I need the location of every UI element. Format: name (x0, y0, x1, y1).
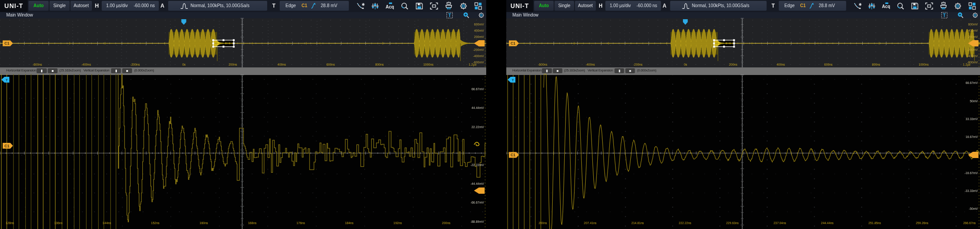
v-expand-decrease-button[interactable] (615, 68, 624, 73)
fullscreen-icon[interactable] (429, 1, 439, 11)
zoom-region-handle[interactable] (233, 42, 235, 44)
channel-badge[interactable]: C1 (3, 143, 13, 149)
h-expand-decrease-button[interactable] (542, 68, 552, 73)
y-axis-tick-label: 44.44mV (471, 106, 484, 109)
trigger-box[interactable]: Edge C1 28.8 mV (779, 1, 846, 11)
trigger-level-arrow[interactable] (968, 152, 978, 158)
svg-text:Acq: Acq (386, 4, 394, 9)
gear-icon[interactable] (972, 12, 979, 19)
settings-gear-icon[interactable] (459, 1, 468, 11)
channel-badge[interactable]: C1 (509, 152, 519, 158)
trigger-position-marker[interactable] (182, 19, 186, 25)
text-tool-icon[interactable]: T (446, 12, 453, 19)
search-icon[interactable] (896, 1, 905, 11)
h-expand-increase-button[interactable] (553, 68, 562, 73)
gear-icon[interactable] (478, 12, 485, 19)
y-axis-tick-label: 400mV (474, 29, 484, 32)
y-axis-tick-label: 50mV (970, 100, 978, 103)
zoom-region-handle[interactable] (713, 46, 715, 47)
trigger-position-marker[interactable] (683, 19, 688, 25)
h-expand-increase-button[interactable] (48, 68, 58, 73)
center-vertical-ruler (740, 75, 744, 229)
trigger-type: Edge (285, 1, 296, 11)
x-axis-tick-label: 600ns (824, 63, 833, 66)
trigger-offscreen-label: T (512, 78, 514, 82)
text-tool-icon[interactable]: T (941, 12, 948, 19)
overview-window[interactable]: C1-600ns-400ns-200ns0s200ns400ns600ns800… (0, 18, 486, 67)
trigger-offscreen-indicator[interactable]: T (508, 77, 516, 83)
zoom-region-selector[interactable] (212, 39, 235, 48)
zoom-in-icon[interactable] (957, 12, 964, 19)
autoset-button[interactable]: Autoset (575, 1, 596, 11)
print-icon[interactable] (939, 1, 948, 11)
run-mode-button[interactable]: Auto (534, 1, 554, 11)
persistence-icon[interactable] (853, 1, 862, 11)
zoom-region-handle[interactable] (733, 46, 735, 47)
persistence-icon[interactable] (356, 1, 365, 11)
overview-x-axis-labels: -600ns-400ns-200ns0s200ns400ns600ns800ns… (538, 63, 971, 67)
x-axis-tick-label: 168ns (248, 221, 257, 225)
x-axis-tick-label: 152ns (151, 221, 160, 225)
timebase-box[interactable]: 1.00 µs/div -60.000 ns (102, 1, 159, 11)
channel-badge[interactable]: C1 (509, 41, 519, 46)
h-expand-decrease-button[interactable] (37, 68, 47, 73)
x-axis-tick-label: 207.41ns (584, 221, 597, 225)
single-button[interactable]: Single (554, 1, 574, 11)
cursor-measure-icon[interactable] (867, 1, 877, 11)
trigger-type: Edge (785, 1, 795, 11)
zoom-region-handle[interactable] (212, 42, 214, 44)
horizontal-label: H (597, 0, 605, 12)
overview-window[interactable]: C1-600ns-400ns-200ns0s200ns400ns600ns800… (506, 18, 980, 67)
x-axis-tick-label: 0s (684, 63, 687, 66)
zoom-window[interactable]: TC1128ns136ns144ns152ns160ns168ns176ns18… (0, 75, 486, 229)
toolbar: UNI-T Auto Single Autoset H 1.00 µs/div … (0, 0, 486, 12)
acquire-icon[interactable]: Acq (881, 1, 891, 11)
window-layout-icon[interactable] (968, 1, 977, 11)
x-axis-tick-label: -600ns (538, 63, 547, 66)
trigger-offscreen-indicator[interactable]: T (1, 77, 9, 83)
zoom-region-handle[interactable] (713, 42, 715, 44)
single-button[interactable]: Single (50, 1, 70, 11)
zoom-region-handle[interactable] (733, 39, 735, 41)
autoset-button[interactable]: Autoset (70, 1, 92, 11)
v-expand-increase-button[interactable] (122, 68, 132, 73)
zoom-region-selector[interactable] (713, 39, 735, 48)
zoom-region-handle[interactable] (212, 46, 214, 47)
v-expand-increase-button[interactable] (625, 68, 635, 73)
window-title: Main Window (6, 12, 33, 17)
v-expand-decrease-button[interactable] (111, 68, 121, 73)
window-layout-icon[interactable] (473, 1, 483, 11)
y-axis-tick-label: -22.22mV (471, 163, 484, 167)
svg-text:Acq: Acq (882, 4, 890, 9)
zoom-region-handle[interactable] (723, 39, 725, 41)
zoom-region-handle[interactable] (223, 39, 224, 41)
acquire-icon[interactable]: Acq (385, 1, 395, 11)
timebase-box[interactable]: 1.00 µs/div -60.000 ns (605, 1, 661, 11)
zoom-region-handle[interactable] (733, 42, 735, 44)
trigger-level-arrow[interactable] (474, 40, 485, 46)
search-icon[interactable] (400, 1, 409, 11)
zoom-in-icon[interactable] (463, 12, 470, 19)
zoom-window[interactable]: TC1200ns207.41ns214.81ns222.22ns229.63ns… (506, 75, 980, 229)
acquisition-box[interactable]: Normal, 100kPts, 10.00GSa/s (670, 1, 766, 11)
zoom-region-handle[interactable] (223, 46, 224, 47)
channel-badge[interactable]: C1 (3, 41, 13, 46)
zoom-region-handle[interactable] (233, 39, 235, 41)
settings-gear-icon[interactable] (953, 1, 963, 11)
zoom-region-handle[interactable] (713, 39, 715, 41)
acquisition-box[interactable]: Normal, 100kPts, 10.00GSa/s (168, 1, 267, 11)
fullscreen-icon[interactable] (924, 1, 934, 11)
zoom-region-handle[interactable] (233, 46, 235, 47)
pulse-icon (682, 2, 690, 9)
run-mode-button[interactable]: Auto (29, 1, 49, 11)
zoom-region-handle[interactable] (723, 46, 725, 47)
cursor-measure-icon[interactable] (370, 1, 380, 11)
trigger-level-arrow[interactable] (474, 187, 485, 194)
trigger-box[interactable]: Edge C1 28.8 mV (280, 1, 349, 11)
zoom-region-handle[interactable] (212, 39, 214, 41)
print-icon[interactable] (444, 1, 454, 11)
x-axis-tick-label: -400ns (81, 63, 91, 66)
save-icon[interactable] (414, 1, 424, 11)
y-axis-tick-label: -44.44mV (471, 182, 484, 185)
save-icon[interactable] (910, 1, 919, 11)
